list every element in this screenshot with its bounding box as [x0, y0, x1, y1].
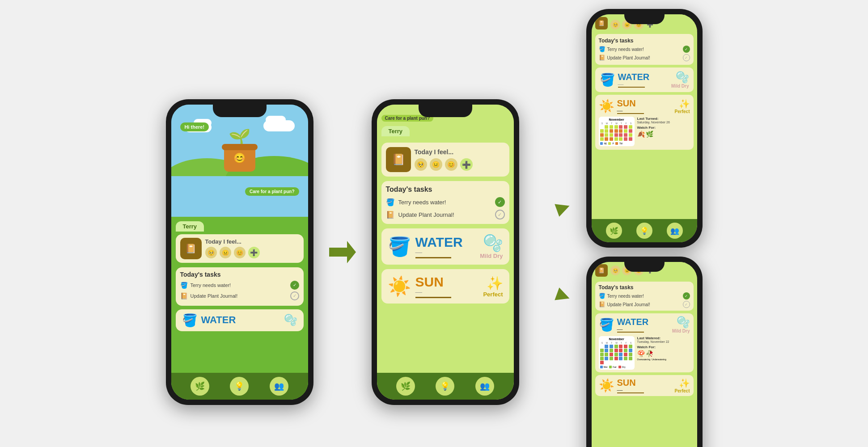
wcal-c3 [614, 345, 618, 348]
sun-detail-info-p3: Last Turned: Saturday, November 26 Watch… [637, 117, 690, 138]
terry-tab-p2: Terry [381, 126, 410, 136]
arrow-1 [327, 236, 358, 268]
task2-check-p2[interactable]: ✓ [495, 210, 505, 219]
task-item-1[interactable]: 🪣 Terry needs water! ✓ [180, 281, 299, 290]
mild-dry-p2: Mild Dry [480, 253, 503, 259]
notch-1 [213, 105, 267, 117]
water-partial[interactable]: 🪣 WATER 🫧 [176, 309, 304, 331]
lower-arrow [533, 286, 573, 308]
task2-check-p3[interactable]: ✓ [683, 54, 690, 61]
cal-c26 [624, 137, 627, 141]
mood-p4-1[interactable]: 🥺 [610, 266, 620, 275]
feel-card-p2[interactable]: 📔 Today I feel... 🥺 😐 😊 ➕ [381, 143, 509, 177]
water-right-p4: 🫧 Mild Dry [672, 316, 690, 333]
task2-text-p4: Update Plant Journal! [607, 302, 681, 307]
task1-check[interactable]: ✓ [290, 281, 299, 290]
mood-ok[interactable]: 😐 [220, 247, 231, 258]
add-mood-p2[interactable]: ➕ [460, 158, 473, 171]
legend-tm-text: TM [619, 142, 622, 145]
water-line-p3: ── [618, 82, 645, 88]
nav-community-p3[interactable]: 👥 [667, 223, 683, 239]
wcal-c13 [629, 349, 632, 352]
wcal-c8 [605, 349, 608, 352]
mood-sad[interactable]: 🥺 [205, 247, 217, 258]
mood-p2-1[interactable]: 🥺 [415, 158, 427, 171]
mood-p3-1[interactable]: 🥺 [610, 20, 620, 30]
task1-check-p4[interactable]: ✓ [683, 292, 690, 299]
task1-text-p2: Terry needs water! [398, 199, 491, 206]
wcal-c5 [624, 345, 627, 348]
nav-community-p2[interactable]: 👥 [475, 377, 494, 396]
nav-leaf-p2[interactable]: 🌿 [396, 377, 415, 396]
sun-card-p2[interactable]: ☀️ SUN ── ✨ Perfect [381, 269, 509, 304]
add-mood[interactable]: ➕ [248, 247, 260, 258]
phone1-bottom-card: Terry 📔 Today I feel... 🥺 😐 😊 ➕ [171, 217, 308, 400]
sun-card-p4[interactable]: ☀️ SUN ── ✨ Perfect [595, 375, 694, 396]
task1-p2[interactable]: 🪣 Terry needs water! ✓ [386, 197, 505, 207]
star-p3: ✨ [675, 98, 690, 109]
task-item-2[interactable]: 📔 Update Plant Journal! ✓ [180, 291, 299, 300]
mood-happy[interactable]: 😊 [234, 247, 246, 258]
nav-tip[interactable]: 💡 [230, 377, 249, 396]
water-info-p2: WATER ── [415, 235, 476, 258]
watch-for-p3: Watch For: [637, 126, 690, 130]
mood-p2-2[interactable]: 😐 [430, 158, 442, 171]
cal-legend-p3: NE P TM [600, 142, 633, 145]
svg-marker-3 [533, 199, 572, 219]
branch-arrows [533, 196, 573, 308]
pot-rim [222, 144, 258, 150]
task2-p4[interactable]: 📔 Update Plant Journal! ✓ [599, 301, 690, 308]
cal-day-thu: T [619, 122, 623, 125]
nav-tip-p2[interactable]: 💡 [436, 377, 454, 396]
task2-check[interactable]: ✓ [290, 291, 299, 300]
water-card-p2[interactable]: 🪣 WATER ── 🫧 Mild Dry [381, 228, 509, 265]
legend-wet [600, 366, 603, 368]
watering-can-icon: 🪣 [182, 313, 198, 328]
cal-c27 [629, 137, 632, 141]
watering-can-p2: 🪣 [388, 236, 411, 257]
task2-check-p4[interactable]: ✓ [683, 301, 690, 308]
task1-p3[interactable]: 🪣 Terry needs water! ✓ [599, 46, 690, 53]
sun-right-p2: ✨ Perfect [483, 275, 503, 298]
drop-icon-p4: 🫧 [672, 316, 690, 329]
nav-leaf[interactable]: 🌿 [191, 377, 209, 396]
task1-check-p3[interactable]: ✓ [683, 46, 690, 53]
sun-expanded-p3[interactable]: ☀️ SUN ── ✨ Perfect [595, 95, 694, 150]
water-cal-section-p4: November S M T W T F S [599, 336, 690, 370]
mood-p2-3[interactable]: 😊 [445, 158, 457, 171]
sun-right-p4: ✨ Perfect [675, 378, 690, 393]
task1-icon-p3: 🪣 [599, 46, 605, 52]
cal-c6 [629, 125, 632, 129]
legend-ne-text: NE [604, 142, 607, 145]
water-expanded-p4[interactable]: 🪣 WATER ── 🫧 Mild Dry [595, 313, 694, 372]
tasks-p4: Today's tasks 🪣 Terry needs water! ✓ 📔 U… [595, 282, 694, 311]
task1-p4[interactable]: 🪣 Terry needs water! ✓ [599, 292, 690, 299]
water-card-p3[interactable]: 🪣 WATER ── 🫧 Mild Dry [595, 67, 694, 92]
water-line-p4: ── [617, 327, 644, 333]
legend-fair-text: Fair [613, 366, 617, 368]
cal-c4 [619, 125, 622, 129]
task2-icon-p2: 📔 [386, 211, 395, 219]
drop-icon-p3: 🫧 [671, 71, 689, 84]
phone-1: Hi there! 🌱 😊 Care for a plant pun? [166, 99, 313, 405]
feel-card[interactable]: 📔 Today I feel... 🥺 😐 😊 ➕ [176, 234, 304, 263]
cal-c7 [600, 129, 604, 133]
mild-dry-p3: Mild Dry [671, 84, 689, 89]
task2-p2[interactable]: 📔 Update Plant Journal! ✓ [386, 210, 505, 219]
task2-p3[interactable]: 📔 Update Plant Journal! ✓ [599, 54, 690, 61]
nav-leaf-p3[interactable]: 🌿 [606, 223, 622, 239]
water-label-p2: WATER [415, 235, 476, 250]
sun-info-p2: SUN ── [415, 274, 479, 298]
nav-community[interactable]: 👥 [270, 377, 288, 396]
legend-tm [615, 142, 618, 145]
water-right-p3: 🫧 Mild Dry [671, 71, 689, 89]
sun-icon-p3: ☀️ [599, 99, 614, 114]
legend-ne [600, 142, 603, 145]
nav-tip-p3[interactable]: 💡 [636, 223, 652, 239]
cal-section-p3: November S M T W T F S [599, 117, 690, 146]
legend-wet-text: Wet [604, 366, 608, 368]
sun-chevron-p2: ── [415, 290, 451, 298]
task1-check-p2[interactable]: ✓ [495, 197, 505, 207]
phone-2: Care for a plant pun? Terry 📔 Today I fe… [372, 99, 519, 405]
notch-3 [624, 14, 665, 24]
